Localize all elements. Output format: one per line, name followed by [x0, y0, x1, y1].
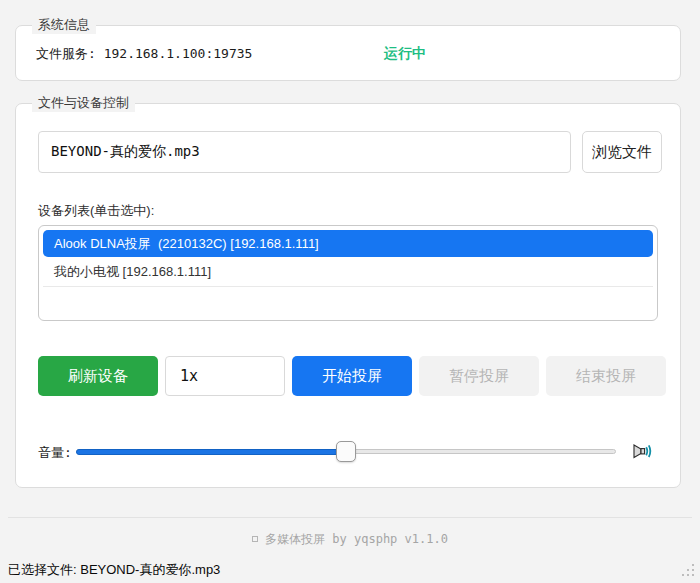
- footer-credit: 多媒体投屏 by yqsphp v1.1.0: [0, 531, 700, 548]
- volume-slider-thumb[interactable]: [336, 441, 356, 462]
- footer-credit-text: 多媒体投屏 by yqsphp v1.1.0: [265, 532, 448, 546]
- playback-rate-input[interactable]: [165, 356, 285, 396]
- file-device-control-group: 文件与设备控制 浏览文件 设备列表(单击选中): Alook DLNA投屏 (2…: [15, 103, 681, 488]
- start-cast-button[interactable]: 开始投屏: [292, 356, 412, 396]
- volume-slider-fill: [76, 449, 346, 455]
- device-list-item-selected[interactable]: Alook DLNA投屏 (2210132C) [192.168.1.111]: [43, 230, 653, 257]
- pause-cast-button[interactable]: 暂停投屏: [419, 356, 539, 396]
- file-service-value: 文件服务: 192.168.1.100:19735: [36, 45, 252, 63]
- resize-grip[interactable]: [680, 563, 696, 579]
- device-list-item[interactable]: 我的小电视 [192.168.1.111]: [43, 257, 653, 287]
- footer-divider: [8, 517, 692, 518]
- refresh-devices-button[interactable]: 刷新设备: [38, 356, 158, 396]
- speaker-icon: [632, 440, 654, 462]
- statusbar-selected-file: 已选择文件: BEYOND-真的爱你.mp3: [8, 561, 220, 579]
- stop-cast-button[interactable]: 结束投屏: [546, 356, 666, 396]
- footer-square-glyph-icon: [252, 536, 258, 542]
- volume-slider[interactable]: [76, 441, 616, 463]
- app-window: { "colors": { "accent_blue": "#1676f2", …: [0, 0, 700, 583]
- system-info-group-title: 系统信息: [32, 16, 96, 34]
- device-list-label: 设备列表(单击选中):: [38, 202, 154, 220]
- system-info-group: 系统信息 文件服务: 192.168.1.100:19735 运行中: [15, 25, 681, 81]
- file-path-input[interactable]: [38, 131, 571, 173]
- running-status-badge: 运行中: [384, 45, 426, 63]
- browse-file-button[interactable]: 浏览文件: [582, 131, 662, 173]
- device-list: Alook DLNA投屏 (2210132C) [192.168.1.111] …: [38, 225, 658, 321]
- volume-label: 音量:: [38, 444, 72, 462]
- file-device-control-group-title: 文件与设备控制: [32, 94, 135, 112]
